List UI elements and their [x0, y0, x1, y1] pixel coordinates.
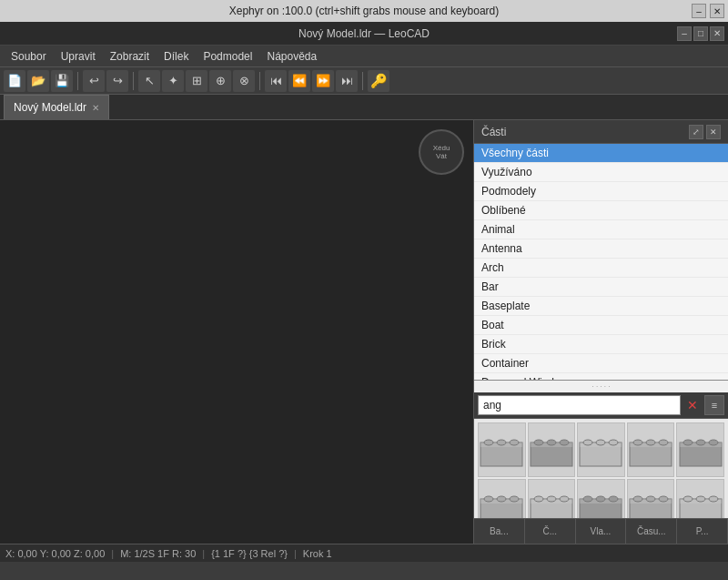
svg-point-37	[583, 496, 592, 502]
svg-point-9	[560, 440, 569, 445]
part-label: Č...	[525, 519, 576, 544]
svg-point-2	[484, 440, 493, 445]
toolbar-btn-tool3[interactable]: ⊕	[209, 70, 231, 92]
toolbar-btn-undo[interactable]: ↩	[83, 70, 105, 92]
category-item[interactable]: Door and Window	[474, 373, 728, 381]
parts-header: Části ⤢ ✕	[474, 120, 728, 144]
svg-point-42	[633, 496, 642, 502]
category-item[interactable]: Antenna	[474, 239, 728, 259]
svg-point-12	[583, 440, 592, 445]
part-item[interactable]	[478, 479, 526, 518]
part-item[interactable]	[528, 422, 576, 477]
menubar: SouborUpravitZobrazitDílekPodmodelNápově…	[0, 46, 728, 67]
toolbar-btn-tool2[interactable]: ⊞	[186, 70, 207, 92]
svg-point-23	[696, 440, 705, 445]
toolbar: 📄📂💾↩↪↖✦⊞⊕⊗⏮⏪⏩⏭🔑	[0, 67, 728, 95]
xephyr-controls: – ✕	[692, 4, 724, 18]
toolbar-btn-save[interactable]: 💾	[51, 70, 73, 92]
toolbar-btn-select[interactable]: ↖	[138, 70, 160, 92]
panel-controls: ⤢ ✕	[689, 125, 721, 139]
xephyr-title: Xephyr on :100.0 (ctrl+shift grabs mouse…	[229, 5, 500, 17]
menu-item-nápověda[interactable]: Nápověda	[259, 48, 324, 65]
tab-label: Nový Model.ldr	[14, 101, 86, 114]
menu-item-upravit[interactable]: Upravit	[54, 48, 103, 65]
part-label: P...	[677, 519, 728, 544]
status-mode: M: 1/2S 1F R: 30	[120, 548, 196, 559]
statusbar: X: 0,00 Y: 0,00 Z: 0,00 | M: 1/2S 1F R: …	[0, 544, 728, 562]
xephyr-close[interactable]: ✕	[710, 4, 724, 18]
svg-point-27	[484, 496, 493, 502]
app-maximize[interactable]: □	[693, 26, 708, 41]
toolbar-btn-prev[interactable]: ⏪	[288, 70, 310, 92]
svg-point-43	[646, 496, 655, 502]
svg-point-19	[659, 440, 668, 445]
status-info: {1 1F ?} {3 Rel ?}	[211, 548, 288, 559]
toolbar-btn-new[interactable]: 📄	[4, 70, 25, 92]
part-item[interactable]	[676, 479, 724, 518]
svg-point-38	[596, 496, 605, 502]
app-titlebar: Nový Model.ldr — LeoCAD – □ ✕	[0, 22, 728, 46]
category-item[interactable]: Oblíbené	[474, 201, 728, 220]
part-item[interactable]	[627, 479, 675, 518]
svg-point-28	[497, 496, 506, 502]
sep1	[77, 72, 78, 90]
viewport[interactable]: Xédu Vát	[0, 120, 473, 544]
search-clear-button[interactable]: ✕	[683, 396, 702, 414]
sep4	[362, 72, 363, 90]
svg-point-44	[659, 496, 668, 502]
part-item[interactable]	[676, 422, 724, 477]
svg-point-14	[609, 440, 618, 445]
category-item[interactable]: Brick	[474, 335, 728, 354]
toolbar-btn-redo[interactable]: ↪	[106, 70, 128, 92]
category-item[interactable]: Baseplate	[474, 297, 728, 316]
category-item[interactable]: Bar	[474, 278, 728, 297]
part-label: Vla...	[576, 519, 627, 544]
toolbar-btn-tool1[interactable]: ✦	[162, 70, 184, 92]
menu-item-zobrazit[interactable]: Zobrazit	[103, 48, 157, 65]
svg-point-3	[497, 440, 506, 445]
part-item[interactable]	[478, 422, 526, 477]
menu-item-dílek[interactable]: Dílek	[157, 48, 196, 65]
parts-grid[interactable]	[474, 419, 728, 518]
category-item[interactable]: Animal	[474, 220, 728, 239]
category-item[interactable]: Boat	[474, 316, 728, 335]
category-item[interactable]: Všechny části	[474, 144, 728, 163]
status-coords: X: 0,00 Y: 0,00 Z: 0,00	[5, 548, 105, 559]
scroll-dots: · · · · ·	[474, 381, 728, 392]
toolbar-btn-key[interactable]: 🔑	[368, 70, 389, 92]
svg-point-48	[696, 496, 705, 502]
search-area: ✕ ≡	[474, 392, 728, 419]
toolbar-btn-tool4[interactable]: ⊗	[233, 70, 255, 92]
category-item[interactable]: Využíváno	[474, 163, 728, 182]
menu-item-podmodel[interactable]: Podmodel	[196, 48, 259, 65]
panel-close[interactable]: ✕	[706, 125, 721, 139]
search-input[interactable]	[478, 395, 681, 415]
part-item[interactable]	[577, 479, 625, 518]
app-minimize[interactable]: –	[677, 26, 692, 41]
category-list[interactable]: Všechny částiVyužívánoPodmodelyOblíbenéA…	[474, 144, 728, 381]
sep2	[133, 72, 134, 90]
svg-point-39	[609, 496, 618, 502]
menu-item-soubor[interactable]: Soubor	[4, 48, 54, 65]
search-options-button[interactable]: ≡	[704, 395, 724, 415]
svg-point-29	[510, 496, 519, 502]
tab-close[interactable]: ✕	[92, 103, 99, 113]
toolbar-btn-next[interactable]: ⏩	[312, 70, 334, 92]
part-item[interactable]	[577, 422, 625, 477]
panel-expand[interactable]: ⤢	[689, 125, 703, 139]
svg-point-4	[510, 440, 519, 445]
part-label: Ba...	[474, 519, 525, 544]
part-item[interactable]	[627, 422, 675, 477]
parts-title: Části	[481, 126, 506, 138]
category-item[interactable]: Podmodely	[474, 182, 728, 201]
toolbar-btn-first[interactable]: ⏮	[265, 70, 287, 92]
xephyr-minimize[interactable]: –	[692, 4, 706, 18]
category-item[interactable]: Container	[474, 354, 728, 373]
toolbar-btn-open[interactable]: 📂	[27, 70, 49, 92]
viewport-logo: Xédu Vát	[419, 129, 464, 175]
category-item[interactable]: Arch	[474, 259, 728, 278]
app-close[interactable]: ✕	[710, 26, 724, 41]
toolbar-btn-last[interactable]: ⏭	[336, 70, 358, 92]
part-item[interactable]	[528, 479, 576, 518]
tab-model[interactable]: Nový Model.ldr ✕	[4, 95, 109, 119]
